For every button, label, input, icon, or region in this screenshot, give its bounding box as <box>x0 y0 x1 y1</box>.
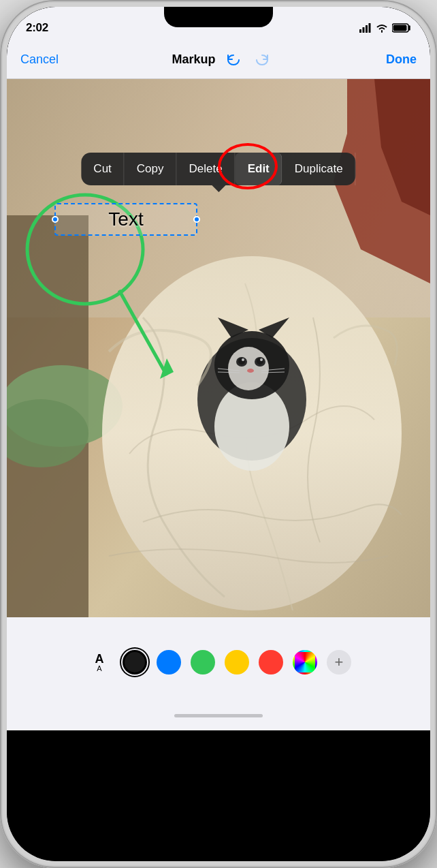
text-box[interactable]: Text <box>54 203 197 236</box>
copy-menu-item[interactable]: Copy <box>125 153 177 185</box>
status-icons <box>359 23 411 33</box>
annotation-text: Text <box>108 208 143 230</box>
wifi-icon <box>376 23 388 33</box>
signal-icon <box>359 23 372 33</box>
edit-menu-item[interactable]: Edit <box>236 153 282 185</box>
bottom-toolbar: A A + <box>7 617 430 700</box>
color-multi[interactable] <box>293 650 317 675</box>
undo-icon <box>225 52 242 68</box>
color-row: A A + <box>86 649 351 676</box>
status-time: 2:02 <box>26 21 48 35</box>
svg-rect-1 <box>363 27 365 33</box>
home-indicator <box>7 700 430 730</box>
color-black[interactable] <box>123 650 147 675</box>
color-yellow[interactable] <box>225 650 249 675</box>
svg-point-15 <box>228 347 269 390</box>
color-blue[interactable] <box>157 650 181 675</box>
handle-left[interactable] <box>52 216 59 223</box>
svg-point-19 <box>257 358 263 365</box>
context-menu-arrow <box>212 185 225 192</box>
phone-inner: 2:02 <box>7 7 430 861</box>
nav-bar: Cancel Markup <box>7 41 430 79</box>
nav-title: Markup <box>172 49 273 71</box>
undo-button[interactable] <box>223 49 244 71</box>
home-bar <box>174 714 263 717</box>
screen: 2:02 <box>7 7 430 861</box>
page-title: Markup <box>172 52 216 67</box>
cut-menu-item[interactable]: Cut <box>81 153 124 185</box>
cancel-button[interactable]: Cancel <box>20 52 59 67</box>
svg-rect-5 <box>393 25 407 31</box>
svg-rect-2 <box>366 25 368 33</box>
color-green[interactable] <box>191 650 215 675</box>
duplicate-menu-item[interactable]: Duplicate <box>282 153 356 185</box>
canvas-area[interactable]: Cut Copy Delete Edit Duplicate <box>7 79 430 617</box>
add-color-button[interactable]: + <box>327 650 351 675</box>
battery-icon <box>392 23 411 33</box>
redo-icon <box>254 52 270 68</box>
svg-point-22 <box>247 369 254 373</box>
font-size-button[interactable]: A A <box>86 649 113 676</box>
svg-point-20 <box>242 358 244 361</box>
context-menu: Cut Copy Delete Edit Duplicate <box>81 153 355 185</box>
handle-right[interactable] <box>193 216 200 223</box>
redo-button[interactable] <box>251 49 273 71</box>
done-button[interactable]: Done <box>386 52 417 67</box>
svg-rect-3 <box>369 23 371 33</box>
svg-point-18 <box>238 358 245 365</box>
svg-point-21 <box>260 358 263 361</box>
color-red[interactable] <box>259 650 283 675</box>
notch <box>164 7 273 27</box>
text-annotation[interactable]: Text <box>54 203 197 236</box>
delete-menu-item[interactable]: Delete <box>177 153 236 185</box>
status-bar: 2:02 <box>7 7 430 41</box>
svg-rect-0 <box>359 29 361 33</box>
phone-frame: 2:02 <box>0 0 437 868</box>
